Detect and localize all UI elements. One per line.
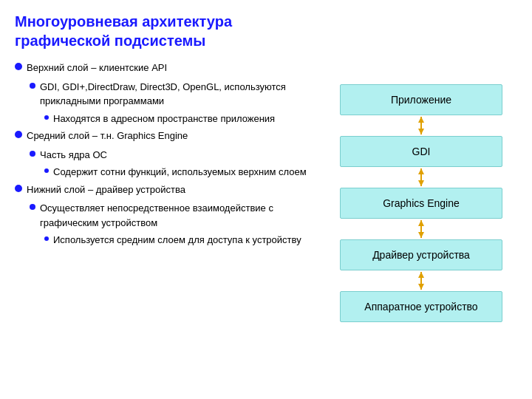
bullet-icon bbox=[44, 168, 49, 173]
list-item: Используется средним слоем для доступа к… bbox=[44, 233, 310, 248]
page-container: Многоуровневая архитектура графической п… bbox=[0, 0, 532, 399]
svg-marker-5 bbox=[418, 180, 424, 186]
list-item: Содержит сотни функций, используемых вер… bbox=[44, 165, 310, 180]
bullet-icon bbox=[30, 204, 35, 210]
bullet-icon bbox=[30, 151, 35, 157]
diagram-box-application: Приложение bbox=[340, 84, 502, 115]
item-text: Нижний слой – драйвер устройства bbox=[27, 183, 185, 197]
list-item: Нижний слой – драйвер устройства bbox=[15, 183, 310, 197]
page-title: Многоуровневая архитектура графической п… bbox=[15, 12, 310, 50]
svg-marker-7 bbox=[418, 220, 424, 226]
diagram-box-hardware: Аппаратное устройство bbox=[340, 291, 502, 322]
item-text: Содержит сотни функций, используемых вер… bbox=[53, 165, 307, 180]
svg-marker-4 bbox=[418, 168, 424, 174]
diagram-box-graphics-engine: Graphics Engine bbox=[340, 188, 502, 219]
diagram-box-driver: Драйвер устройства bbox=[340, 239, 502, 270]
arrow-2 bbox=[410, 167, 432, 188]
list-item: GDI, GDI+,DirectDraw, Direct3D, OpenGL, … bbox=[30, 80, 310, 109]
bullet-icon bbox=[15, 63, 22, 70]
list-item: Средний слой – т.н. Graphics Engine bbox=[15, 129, 310, 143]
svg-marker-1 bbox=[418, 117, 424, 123]
bullet-icon bbox=[44, 115, 49, 120]
item-text: Верхний слой – клиентские API bbox=[27, 61, 167, 75]
list-item: Часть ядра ОС bbox=[30, 148, 310, 163]
item-text: Осуществляет непосредственное взаимодейс… bbox=[40, 201, 310, 230]
right-panel: Приложение GDI Graphics Engine bbox=[325, 12, 517, 387]
svg-marker-8 bbox=[418, 232, 424, 238]
bullet-icon bbox=[44, 236, 49, 241]
arrow-4 bbox=[410, 270, 432, 291]
arrow-3 bbox=[410, 219, 432, 239]
svg-marker-10 bbox=[418, 272, 424, 278]
item-text: GDI, GDI+,DirectDraw, Direct3D, OpenGL, … bbox=[40, 80, 310, 109]
svg-marker-11 bbox=[418, 284, 424, 290]
item-text: Используется средним слоем для доступа к… bbox=[53, 233, 301, 248]
item-text: Часть ядра ОС bbox=[40, 148, 107, 163]
diagram-box-gdi: GDI bbox=[340, 136, 502, 167]
arrow-1 bbox=[410, 115, 432, 136]
item-text: Средний слой – т.н. Graphics Engine bbox=[27, 129, 188, 143]
architecture-diagram: Приложение GDI Graphics Engine bbox=[332, 84, 510, 322]
bullet-icon bbox=[15, 131, 22, 138]
item-text: Находятся в адресном пространстве прилож… bbox=[53, 112, 275, 126]
bullet-icon bbox=[15, 185, 22, 192]
list-item: Осуществляет непосредственное взаимодейс… bbox=[30, 201, 310, 230]
bullet-icon bbox=[30, 83, 35, 89]
left-panel: Многоуровневая архитектура графической п… bbox=[15, 12, 310, 387]
list-item: Верхний слой – клиентские API bbox=[15, 61, 310, 75]
svg-marker-2 bbox=[418, 129, 424, 134]
list-item: Находятся в адресном пространстве прилож… bbox=[44, 112, 310, 126]
content-list: Верхний слой – клиентские API GDI, GDI+,… bbox=[15, 61, 310, 248]
